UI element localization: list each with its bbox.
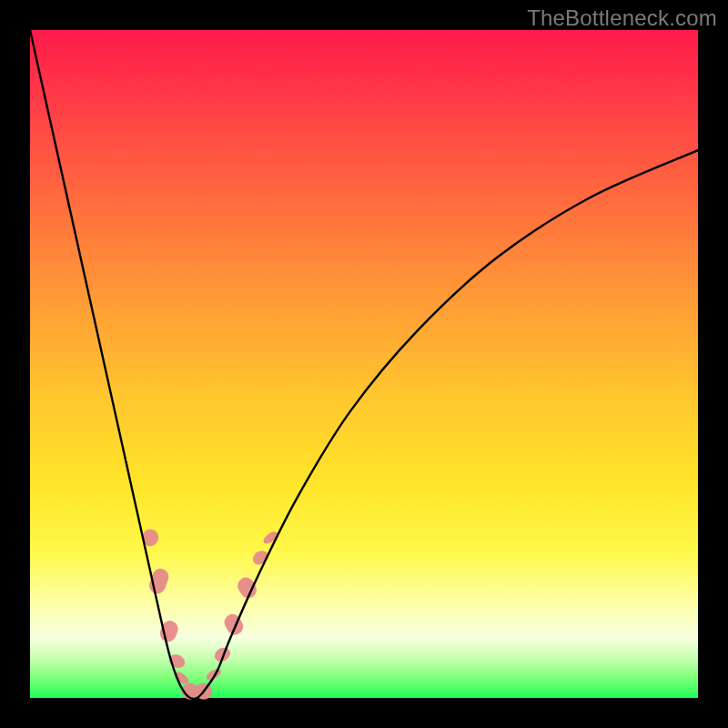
chart-svg — [30, 30, 698, 698]
svg-rect-9 — [221, 612, 246, 638]
right-marker-1 — [205, 667, 223, 682]
bottleneck-curve — [30, 30, 698, 699]
plot-area — [30, 30, 698, 698]
right-marker-3 — [221, 612, 246, 638]
watermark-text: TheBottleneck.com — [527, 5, 717, 31]
chart-frame: TheBottleneck.com — [0, 0, 728, 728]
svg-rect-7 — [205, 667, 223, 682]
